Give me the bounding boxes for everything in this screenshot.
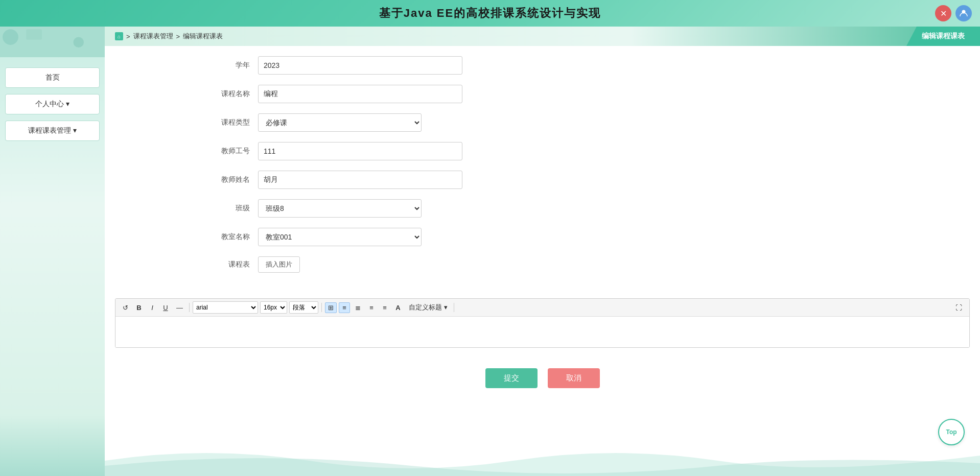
user-button[interactable] — [955, 5, 972, 21]
editor-body[interactable] — [115, 317, 969, 347]
main-content: ⌂ > 课程课表管理 > 编辑课程课表 编辑课程课表 学年 课程名称 课程类型 — [105, 27, 980, 476]
breadcrumb-separator-1: > — [126, 33, 130, 40]
input-jiaoshi-gonghao[interactable] — [258, 142, 462, 160]
editor-container: ↺ B I U — arial Times New Roman Courier … — [115, 298, 970, 348]
toolbar-justify[interactable]: ≡ — [379, 302, 390, 313]
label-kechengbiao: 课程表 — [217, 260, 258, 269]
close-button[interactable]: ✕ — [935, 5, 951, 21]
toolbar-underline[interactable]: U — [160, 302, 171, 313]
top-button[interactable]: Top — [938, 419, 965, 445]
toolbar-custom-heading[interactable]: 自定义标题 ▾ — [406, 301, 451, 314]
header: 基于Java EE的高校排课系统设计与实现 ✕ — [0, 0, 980, 27]
toolbar-fullscreen[interactable]: ⛶ — [952, 302, 965, 313]
form-row-kechengleixing: 课程类型 必修课 选修课 公共课 — [217, 113, 960, 132]
select-banji[interactable]: 班级1班级2班级3 班级4班级5班级6 班级7班级8 — [258, 199, 422, 218]
form-row-kechengbiao: 课程表 插入图片 — [217, 256, 960, 273]
breadcrumb-page-label: 编辑课程课表 — [906, 27, 980, 46]
sidebar-item-home[interactable]: 首页 — [5, 67, 100, 88]
label-jiaoshi-gonghao: 教师工号 — [217, 147, 258, 156]
toolbar-align-left[interactable]: ≡ — [339, 302, 350, 313]
sidebar: 首页 个人中心 ▾ 课程课表管理 ▾ — [0, 27, 105, 476]
breadcrumb-item-2: 编辑课程课表 — [183, 32, 223, 41]
form-row-xuenian: 学年 — [217, 56, 960, 75]
toolbar-divider-1 — [189, 303, 190, 312]
sidebar-bottom-decoration — [0, 415, 105, 476]
toolbar-align-center[interactable]: ≣ — [352, 302, 364, 313]
header-icons: ✕ — [935, 5, 972, 21]
label-jiaoshi-xingming: 教师姓名 — [217, 175, 258, 184]
toolbar-italic[interactable]: I — [147, 302, 158, 313]
breadcrumb-item-1: 课程课表管理 — [133, 32, 173, 41]
sidebar-item-personal[interactable]: 个人中心 ▾ — [5, 94, 100, 114]
sidebar-nav: 首页 个人中心 ▾ 课程课表管理 ▾ — [5, 67, 100, 141]
form-row-jiaoshi-mingcheng: 教室名称 教室001 教室002 教室003 — [217, 228, 960, 246]
label-kechengmingcheng: 课程名称 — [217, 89, 258, 99]
toolbar-divider-3 — [454, 303, 454, 312]
insert-image-button[interactable]: 插入图片 — [258, 256, 300, 273]
form-row-banji: 班级 班级1班级2班级3 班级4班级5班级6 班级7班级8 — [217, 199, 960, 218]
select-kechengleixing[interactable]: 必修课 选修课 公共课 — [258, 113, 422, 132]
label-banji: 班级 — [217, 204, 258, 213]
toolbar-font-select[interactable]: arial Times New Roman Courier New — [193, 301, 258, 314]
form-row-jiaoshi-xingming: 教师姓名 — [217, 171, 960, 189]
breadcrumb-separator-2: > — [176, 33, 180, 40]
app-title: 基于Java EE的高校排课系统设计与实现 — [379, 6, 601, 21]
breadcrumb: ⌂ > 课程课表管理 > 编辑课程课表 编辑课程课表 — [105, 27, 980, 46]
layout: 首页 个人中心 ▾ 课程课表管理 ▾ ⌂ > 课程课表管理 > 编辑课程课表 编… — [0, 27, 980, 476]
label-kechengleixing: 课程类型 — [217, 118, 258, 127]
cancel-button[interactable]: 取消 — [548, 368, 600, 388]
label-jiaoshi-mingcheng: 教室名称 — [217, 232, 258, 242]
select-jiaoshi-mingcheng[interactable]: 教室001 教室002 教室003 — [258, 228, 422, 246]
action-row: 提交 取消 — [105, 358, 980, 403]
submit-button[interactable]: 提交 — [485, 368, 538, 388]
home-icon: ⌂ — [115, 32, 123, 40]
input-jiaoshi-xingming[interactable] — [258, 171, 462, 189]
form-area: 学年 课程名称 课程类型 必修课 选修课 公共课 教师工号 — [105, 46, 980, 293]
toolbar-table[interactable]: ⊞ — [325, 302, 337, 313]
toolbar-undo[interactable]: ↺ — [120, 302, 131, 313]
input-xuenian[interactable] — [258, 56, 462, 75]
toolbar-hr[interactable]: — — [173, 302, 186, 313]
form-row-jiaoshi-gonghao: 教师工号 — [217, 142, 960, 160]
toolbar-size-select[interactable]: 12px14px16px 18px20px24px — [260, 301, 287, 314]
toolbar-bold[interactable]: B — [133, 302, 145, 313]
toolbar-divider-2 — [321, 303, 322, 312]
toolbar-paragraph-select[interactable]: 段落标题1标题2标题3 — [289, 301, 318, 314]
input-kechengmingcheng[interactable] — [258, 85, 462, 103]
form-row-kechengmingcheng: 课程名称 — [217, 85, 960, 103]
sidebar-item-schedule[interactable]: 课程课表管理 ▾ — [5, 121, 100, 141]
label-xuenian: 学年 — [217, 61, 258, 70]
toolbar-align-right[interactable]: ≡ — [366, 302, 377, 313]
toolbar-font-color[interactable]: A — [392, 302, 404, 313]
editor-toolbar: ↺ B I U — arial Times New Roman Courier … — [115, 299, 969, 317]
